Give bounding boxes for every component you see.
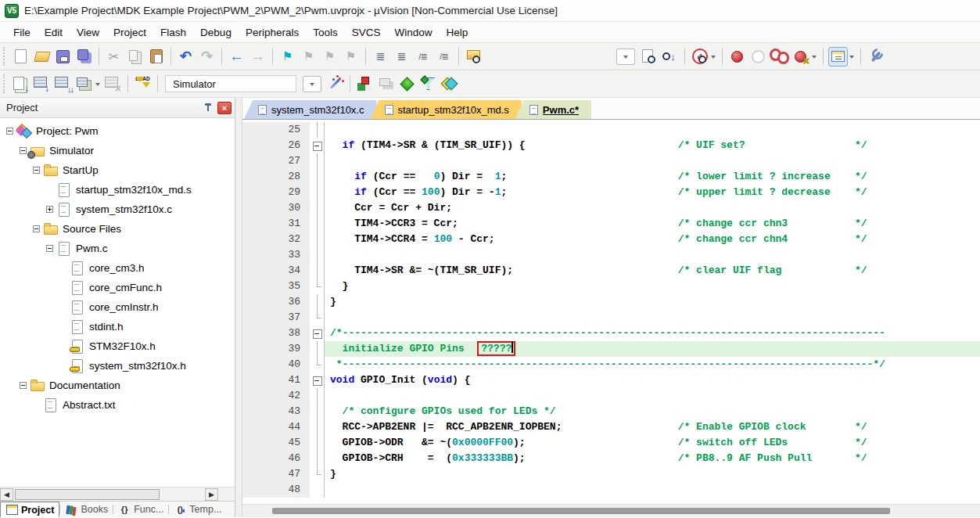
- code-line-40[interactable]: 40 *------------------------------------…: [242, 357, 980, 372]
- editor-tab-system-stm32f10x-c[interactable]: system_stm32f10x.c: [244, 100, 377, 119]
- build-target-icon[interactable]: [32, 74, 52, 94]
- panel-splitter[interactable]: [235, 98, 242, 517]
- project-panel-hscrollbar[interactable]: ◀ ▶: [0, 487, 235, 501]
- code-editor[interactable]: 2526 if (TIM4->SR & (TIM_SR_UIF)) {/* UI…: [242, 120, 980, 504]
- redo-icon[interactable]: ↷: [197, 47, 217, 67]
- close-icon[interactable]: ×: [217, 102, 232, 114]
- collapse-icon[interactable]: [46, 245, 53, 252]
- navigate-back-icon[interactable]: ←: [227, 47, 246, 67]
- copy-icon[interactable]: [125, 47, 145, 67]
- code-line-45[interactable]: 45 GPIOB->ODR &= ~(0x0000FF00);/* switch…: [242, 435, 980, 451]
- collapse-icon[interactable]: [33, 167, 40, 174]
- open-file-icon[interactable]: [32, 47, 52, 67]
- save-all-icon[interactable]: [74, 47, 94, 67]
- workspace-tab-books[interactable]: Books: [60, 502, 113, 517]
- tree-item-abstract-txt[interactable]: Abstract.txt: [0, 395, 235, 415]
- code-line-39[interactable]: 39 initialize GPIO Pins ?????: [242, 341, 980, 357]
- collapse-icon[interactable]: [20, 382, 27, 389]
- menu-edit[interactable]: Edit: [38, 23, 70, 41]
- code-line-27[interactable]: 27: [242, 153, 980, 169]
- code-line-35[interactable]: 35 }: [242, 279, 980, 294]
- clear-all-bookmarks-icon[interactable]: ⚑: [341, 47, 361, 67]
- new-file-icon[interactable]: [11, 47, 31, 67]
- pin-icon[interactable]: [201, 101, 215, 115]
- multi-project-workspace-icon[interactable]: [376, 74, 396, 94]
- code-line-37[interactable]: 37: [242, 310, 980, 326]
- editor-hscroll-thumb[interactable]: [272, 508, 890, 514]
- fold-collapse-icon[interactable]: [310, 326, 325, 341]
- menu-debug[interactable]: Debug: [193, 23, 239, 41]
- undo-icon[interactable]: ↶: [176, 47, 196, 67]
- tree-item-system-stm32f10x-c[interactable]: system_stm32f10x.c: [0, 200, 235, 219]
- download-to-flash-icon[interactable]: LOAD: [133, 74, 153, 94]
- chevron-down-icon[interactable]: [812, 56, 817, 61]
- code-line-33[interactable]: 33: [242, 247, 980, 263]
- code-line-44[interactable]: 44 RCC->APB2ENR |= RCC_APB2ENR_IOPBEN;/*…: [242, 419, 980, 435]
- kill-all-breakpoints-icon[interactable]: [791, 47, 810, 67]
- expand-icon[interactable]: [46, 206, 53, 213]
- translate-file-icon[interactable]: [11, 74, 31, 94]
- menu-peripherals[interactable]: Peripherals: [239, 23, 306, 41]
- workspace-tab-func[interactable]: {}Func...: [113, 502, 168, 517]
- chevron-down-icon[interactable]: [711, 56, 716, 61]
- fold-collapse-icon[interactable]: [310, 372, 325, 388]
- manage-run-time-environment-icon[interactable]: [397, 74, 417, 94]
- previous-bookmark-icon[interactable]: ⚑: [299, 47, 318, 67]
- toggle-bookmark-icon[interactable]: ⚑: [278, 47, 297, 67]
- hscroll-thumb[interactable]: [15, 489, 160, 500]
- batch-build-icon[interactable]: [74, 74, 94, 94]
- editor-tab-startup-stm32f10x-md-s[interactable]: startup_stm32f10x_md.s: [371, 100, 522, 119]
- stop-build-icon[interactable]: [103, 74, 123, 94]
- insert-remove-breakpoint-icon[interactable]: [727, 47, 747, 67]
- tree-item-system-stm32f10x-h[interactable]: system_stm32f10x.h: [0, 356, 235, 376]
- code-line-29[interactable]: 29 if (Ccr == 100) Dir = -1;/* upper lim…: [242, 185, 980, 200]
- code-line-32[interactable]: 32 TIM4->CCR4 = 100 - Ccr;/* change ccr …: [242, 232, 980, 247]
- tree-item-startup[interactable]: StartUp: [0, 160, 235, 180]
- fold-collapse-icon[interactable]: [310, 138, 325, 153]
- quick-find-icon[interactable]: [690, 47, 709, 67]
- tree-item-source-files[interactable]: Source Files: [0, 219, 235, 239]
- select-software-packs-icon[interactable]: [418, 74, 438, 94]
- comment-selection-icon[interactable]: /≣: [413, 47, 433, 67]
- find-text-combo[interactable]: [616, 49, 635, 65]
- editor-hscrollbar[interactable]: [242, 504, 980, 517]
- manage-project-items-icon[interactable]: [355, 74, 375, 94]
- options-for-target-icon[interactable]: [325, 74, 345, 94]
- menu-help[interactable]: Help: [440, 23, 476, 41]
- editor-tab-pwm-c[interactable]: Pwm.c*: [515, 100, 591, 119]
- tree-item-documentation[interactable]: Documentation: [0, 376, 235, 395]
- menu-flash[interactable]: Flash: [153, 23, 193, 41]
- code-line-46[interactable]: 46 GPIOB->CRH = (0x333333BB);/* PB8..9 A…: [242, 451, 980, 466]
- debug-windows-layout-icon[interactable]: [828, 47, 848, 67]
- tree-item-startup-stm32f10x-md-s[interactable]: startup_stm32f10x_md.s: [0, 180, 235, 200]
- tree-item-core-cminstr-h[interactable]: core_cmInstr.h: [0, 297, 235, 317]
- menu-tools[interactable]: Tools: [306, 23, 345, 41]
- cut-icon[interactable]: ✂: [104, 47, 124, 67]
- disable-all-breakpoints-icon[interactable]: [770, 47, 789, 67]
- collapse-icon[interactable]: [20, 147, 27, 154]
- code-line-28[interactable]: 28 if (Ccr == 0) Dir = 1;/* lower limit …: [242, 169, 980, 185]
- navigate-forward-icon[interactable]: →: [248, 47, 267, 67]
- collapse-icon[interactable]: [33, 225, 40, 232]
- tree-item-core-cmfunc-h[interactable]: core_cmFunc.h: [0, 278, 235, 297]
- collapse-icon[interactable]: [6, 128, 13, 135]
- menu-window[interactable]: Window: [387, 23, 439, 41]
- code-line-38[interactable]: 38/*------------------------------------…: [242, 326, 980, 341]
- scroll-left-icon[interactable]: ◀: [0, 488, 13, 501]
- enable-disable-breakpoint-icon[interactable]: [748, 47, 768, 67]
- chevron-down-icon[interactable]: [95, 83, 100, 88]
- code-line-31[interactable]: 31 TIM4->CCR3 = Ccr;/* change ccr chn3 *…: [242, 216, 980, 232]
- code-line-42[interactable]: 42: [242, 388, 980, 404]
- menu-svcs[interactable]: SVCS: [345, 23, 388, 41]
- workspace-tab-project[interactable]: Project: [0, 502, 59, 517]
- code-line-41[interactable]: 41void GPIO_Init (void) {: [242, 372, 980, 388]
- code-line-34[interactable]: 34 TIM4->SR &= ~(TIM_SR_UIF);/* clear UI…: [242, 263, 980, 279]
- chevron-down-icon[interactable]: [849, 56, 854, 61]
- code-line-30[interactable]: 30 Ccr = Ccr + Dir;: [242, 200, 980, 216]
- tree-item-stdint-h[interactable]: stdint.h: [0, 317, 235, 336]
- rebuild-all-icon[interactable]: [53, 74, 73, 94]
- tree-item-pwm-c[interactable]: Pwm.c: [0, 239, 235, 258]
- tree-item-stm32f10x-h[interactable]: STM32F10x.h: [0, 336, 235, 356]
- unindent-icon[interactable]: ≣: [392, 47, 411, 67]
- save-icon[interactable]: [53, 47, 73, 67]
